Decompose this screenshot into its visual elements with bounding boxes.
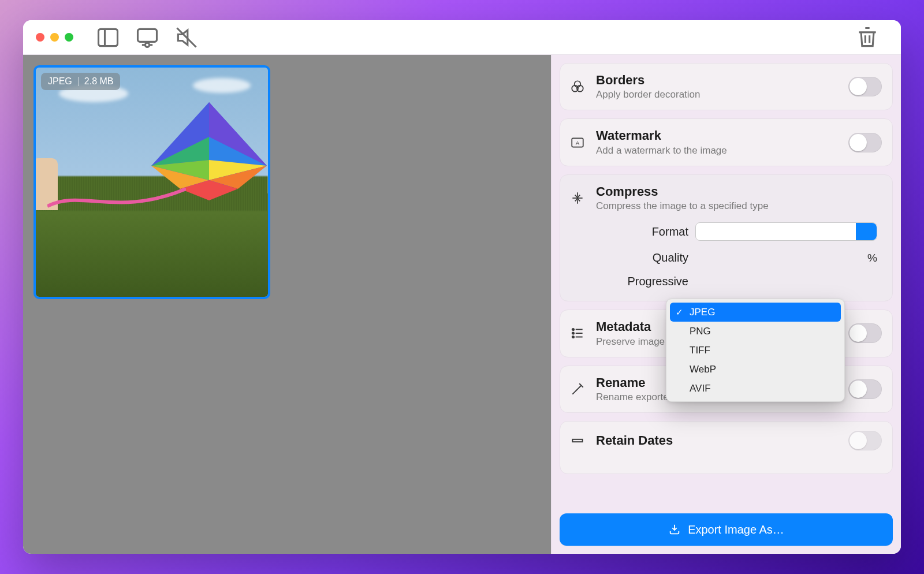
watermark-card[interactable]: A Watermark Add a watermark to the image <box>560 118 893 166</box>
format-option-tiff[interactable]: TIFF <box>670 341 841 360</box>
watermark-toggle[interactable] <box>848 133 882 152</box>
svg-rect-30 <box>572 439 582 442</box>
svg-text:A: A <box>576 140 580 146</box>
window-controls <box>36 33 73 42</box>
retain-dates-icon <box>568 433 587 448</box>
svg-point-26 <box>572 333 574 334</box>
retain-dates-toggle[interactable] <box>848 431 882 450</box>
format-dropdown-menu: ✓ JPEG PNG TIFF WebP AVIF <box>666 299 845 402</box>
compress-card: Compress Compress the image to a specifi… <box>560 174 893 301</box>
watermark-title: Watermark <box>596 128 839 143</box>
borders-subtitle: Apply border decoration <box>596 89 839 100</box>
check-icon: ✓ <box>676 307 683 318</box>
watermark-subtitle: Add a watermark to the image <box>596 145 839 156</box>
borders-title: Borders <box>596 73 839 88</box>
export-icon <box>668 523 681 536</box>
image-thumbnail[interactable]: JPEG 2.8 MB <box>33 65 270 299</box>
titlebar <box>23 20 901 55</box>
zoom-window-button[interactable] <box>65 33 73 42</box>
thumbnail-format-tag: JPEG <box>48 76 72 87</box>
rename-toggle[interactable] <box>848 379 882 399</box>
compress-subtitle: Compress the image to a specified type <box>596 200 882 212</box>
format-label: Format <box>573 225 688 238</box>
minimize-window-button[interactable] <box>50 33 59 42</box>
thumbnail-info-badge: JPEG 2.8 MB <box>41 73 120 90</box>
borders-toggle[interactable] <box>848 77 882 96</box>
borders-card[interactable]: Borders Apply border decoration <box>560 63 893 110</box>
svg-point-24 <box>572 329 574 330</box>
svg-point-3 <box>145 43 149 47</box>
format-option-jpeg[interactable]: ✓ JPEG <box>670 303 841 322</box>
format-option-webp[interactable]: WebP <box>670 360 841 379</box>
thumbnail-size-tag: 2.8 MB <box>84 76 114 87</box>
export-button[interactable]: Export Image As… <box>560 513 893 546</box>
content-split: JPEG 2.8 MB Borders Apply border decorat… <box>23 55 901 554</box>
svg-point-28 <box>572 336 574 338</box>
app-window: JPEG 2.8 MB Borders Apply border decorat… <box>23 20 901 554</box>
compress-quality-row: Quality % <box>573 251 877 264</box>
rename-icon <box>568 382 587 397</box>
display-settings-button[interactable] <box>135 27 160 48</box>
format-option-png[interactable]: PNG <box>670 322 841 341</box>
watermark-icon: A <box>568 135 587 150</box>
export-button-label: Export Image As… <box>688 523 784 536</box>
image-canvas[interactable]: JPEG 2.8 MB <box>23 55 551 554</box>
retain-dates-card[interactable]: Retain Dates <box>560 421 893 474</box>
quality-value-suffix: % <box>848 252 877 264</box>
close-window-button[interactable] <box>36 33 44 42</box>
format-option-avif[interactable]: AVIF <box>670 379 841 398</box>
metadata-toggle[interactable] <box>848 323 882 343</box>
thumbnail-graphic <box>36 68 268 297</box>
mute-icon[interactable] <box>174 27 199 48</box>
export-bar: Export Image As… <box>552 508 901 554</box>
svg-rect-2 <box>138 29 157 42</box>
compress-title: Compress <box>596 184 882 199</box>
settings-panel: Borders Apply border decoration A Waterm… <box>551 55 901 554</box>
compress-progressive-row: Progressive <box>573 275 877 288</box>
retain-dates-title: Retain Dates <box>596 433 839 448</box>
trash-button[interactable] <box>855 27 880 48</box>
borders-icon <box>568 79 587 94</box>
compress-icon <box>568 191 587 206</box>
toggle-sidebar-button[interactable] <box>95 27 121 48</box>
svg-rect-0 <box>99 29 118 46</box>
progressive-label: Progressive <box>573 275 688 288</box>
format-select[interactable] <box>695 222 877 241</box>
settings-scroll[interactable]: Borders Apply border decoration A Waterm… <box>552 55 901 508</box>
metadata-icon <box>568 326 587 341</box>
compress-format-row: Format <box>573 222 877 241</box>
quality-label: Quality <box>573 251 688 264</box>
